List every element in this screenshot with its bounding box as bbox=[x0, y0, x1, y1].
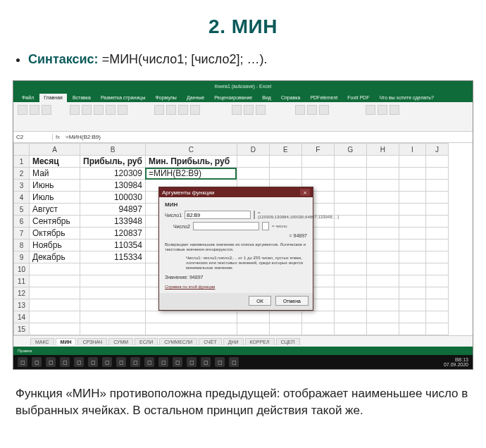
cell[interactable] bbox=[425, 239, 448, 251]
cell[interactable] bbox=[334, 287, 366, 299]
cell[interactable] bbox=[399, 263, 425, 275]
column-header[interactable]: C bbox=[145, 144, 237, 156]
row-header[interactable]: 3 bbox=[14, 180, 30, 192]
cell[interactable] bbox=[425, 275, 448, 287]
cell[interactable]: Май bbox=[30, 168, 80, 180]
dialog-titlebar[interactable]: Аргументы функции × bbox=[159, 187, 313, 197]
column-header[interactable]: H bbox=[366, 144, 399, 156]
chrome-icon[interactable]: ◻ bbox=[201, 357, 211, 367]
edge-icon[interactable]: ◻ bbox=[60, 357, 70, 367]
close-icon[interactable]: × bbox=[300, 189, 310, 196]
cell[interactable] bbox=[366, 323, 399, 335]
column-header[interactable]: F bbox=[301, 144, 334, 156]
cell[interactable] bbox=[399, 180, 425, 192]
cell[interactable]: Август bbox=[30, 204, 80, 216]
cell[interactable] bbox=[237, 311, 269, 323]
cell[interactable] bbox=[80, 311, 146, 323]
cell[interactable] bbox=[399, 239, 425, 251]
row-header[interactable]: 5 bbox=[14, 204, 30, 216]
cell[interactable] bbox=[399, 156, 425, 168]
cell[interactable]: Июнь bbox=[30, 180, 80, 192]
cell[interactable]: 94897 bbox=[80, 204, 146, 216]
ribbon-tab[interactable]: Вид bbox=[258, 94, 275, 102]
cell[interactable] bbox=[80, 299, 146, 311]
cell[interactable] bbox=[237, 168, 269, 180]
cell[interactable]: Месяц bbox=[30, 156, 80, 168]
mail-icon[interactable]: ◻ bbox=[102, 357, 112, 367]
range-picker-icon[interactable] bbox=[254, 211, 255, 219]
cell[interactable] bbox=[80, 287, 146, 299]
cell[interactable] bbox=[301, 168, 334, 180]
cell[interactable] bbox=[366, 287, 399, 299]
cell[interactable] bbox=[334, 263, 366, 275]
row-header[interactable]: 2 bbox=[14, 168, 30, 180]
sheet-tab[interactable]: ДНИ bbox=[223, 338, 244, 345]
cell[interactable] bbox=[366, 299, 399, 311]
sheet-tab[interactable]: СЧЁТ bbox=[199, 338, 221, 345]
cell[interactable] bbox=[269, 311, 301, 323]
cell[interactable] bbox=[145, 323, 237, 335]
function-arguments-dialog[interactable]: Аргументы функции × МИН Число1 = {120309… bbox=[158, 187, 313, 311]
cell[interactable] bbox=[366, 228, 399, 239]
cell[interactable] bbox=[399, 216, 425, 228]
column-header[interactable]: A bbox=[30, 144, 80, 156]
row-header[interactable]: 6 bbox=[14, 216, 30, 228]
row-header[interactable]: 7 bbox=[14, 228, 30, 239]
cell[interactable] bbox=[425, 156, 448, 168]
cell[interactable] bbox=[399, 192, 425, 204]
cell[interactable] bbox=[366, 275, 399, 287]
cell[interactable] bbox=[399, 168, 425, 180]
cell[interactable] bbox=[366, 168, 399, 180]
ribbon-tab[interactable]: Что вы хотите сделать? bbox=[375, 94, 437, 102]
cell[interactable] bbox=[399, 204, 425, 216]
sheet-tab[interactable]: МИН bbox=[56, 338, 77, 345]
sheet-tab[interactable]: КОРРЕЛ bbox=[245, 338, 275, 345]
cell[interactable] bbox=[334, 156, 366, 168]
cell[interactable] bbox=[366, 204, 399, 216]
row-header[interactable]: 12 bbox=[14, 287, 30, 299]
cancel-button[interactable]: Отмена bbox=[275, 296, 309, 306]
cell[interactable] bbox=[269, 323, 301, 335]
cell[interactable] bbox=[334, 204, 366, 216]
cell[interactable]: Сентябрь bbox=[30, 216, 80, 228]
cell[interactable] bbox=[425, 180, 448, 192]
cell[interactable] bbox=[334, 323, 366, 335]
cell[interactable] bbox=[30, 275, 80, 287]
files-icon[interactable]: ◻ bbox=[74, 357, 84, 367]
cell[interactable]: =МИН(B2:B9) bbox=[145, 168, 237, 180]
cell[interactable] bbox=[366, 311, 399, 323]
row-header[interactable]: 15 bbox=[14, 323, 30, 335]
cell[interactable]: Июль bbox=[30, 192, 80, 204]
cell[interactable] bbox=[334, 168, 366, 180]
column-header[interactable]: E bbox=[269, 144, 301, 156]
arg1-input[interactable] bbox=[185, 211, 251, 219]
cell[interactable]: 120837 bbox=[80, 228, 146, 239]
cell[interactable] bbox=[399, 299, 425, 311]
ps-icon[interactable]: ◻ bbox=[144, 357, 154, 367]
cell[interactable] bbox=[334, 311, 366, 323]
formula-input[interactable]: =МИН(B2:B9) bbox=[63, 134, 473, 140]
column-header[interactable]: G bbox=[334, 144, 366, 156]
cell[interactable] bbox=[30, 263, 80, 275]
sheet-tab[interactable]: ЕСЛИ bbox=[135, 338, 158, 345]
cell[interactable] bbox=[399, 228, 425, 239]
sheet-tab[interactable]: СУММ bbox=[108, 338, 133, 345]
fx-icon[interactable]: fx bbox=[53, 134, 63, 140]
cell[interactable] bbox=[366, 263, 399, 275]
range-picker-icon[interactable] bbox=[262, 222, 269, 230]
cell[interactable] bbox=[366, 180, 399, 192]
cell[interactable] bbox=[334, 275, 366, 287]
cell[interactable] bbox=[366, 192, 399, 204]
cell[interactable]: 100030 bbox=[80, 192, 146, 204]
ribbon-tab[interactable]: PDFelement bbox=[306, 94, 342, 102]
cell[interactable]: 115334 bbox=[80, 251, 146, 263]
row-header[interactable]: 9 bbox=[14, 251, 30, 263]
cell[interactable] bbox=[366, 156, 399, 168]
sheet-tab[interactable]: МАКС bbox=[30, 338, 54, 345]
ffox-icon[interactable]: ◻ bbox=[215, 357, 225, 367]
cell[interactable] bbox=[366, 216, 399, 228]
cell[interactable] bbox=[366, 251, 399, 263]
row-header[interactable]: 8 bbox=[14, 239, 30, 251]
cell[interactable] bbox=[366, 239, 399, 251]
cell[interactable] bbox=[269, 168, 301, 180]
